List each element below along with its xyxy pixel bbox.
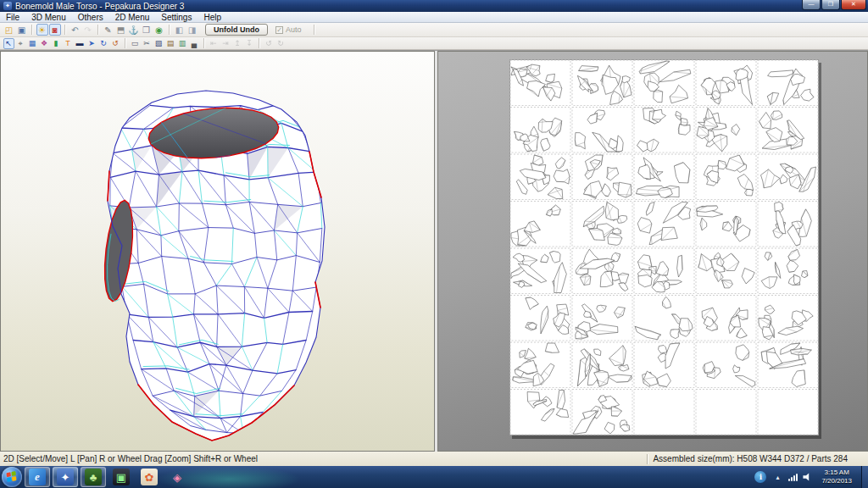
system-tray: ℹ ▴ 3:15 AM 7/20/2013	[754, 466, 868, 488]
pane-2d-layout[interactable]	[437, 51, 868, 452]
select-area-button[interactable]: ▭	[130, 38, 141, 49]
clock-date: 7/20/2013	[821, 477, 852, 485]
minimize-button[interactable]: —	[802, 0, 821, 10]
stack-parts-button[interactable]: ▤	[165, 38, 176, 49]
select-area-icon: ▭	[131, 39, 139, 47]
undo-icon: ↶	[71, 25, 78, 35]
pattern-sheet[interactable]	[509, 59, 819, 435]
taskbar-button-fern-viewer[interactable]: ♣	[81, 467, 106, 487]
select-move-button[interactable]: ↖	[3, 38, 14, 49]
rotate-part-ccw-icon: ↺	[112, 39, 119, 47]
model-3d-torso	[1, 52, 434, 451]
toolbar-separator	[314, 25, 314, 35]
align-left-button[interactable]: ⇤	[209, 38, 220, 49]
window-3d-view-button[interactable]: ◧	[174, 24, 186, 36]
pattern-pages	[509, 59, 819, 435]
stack-parts-icon: ▤	[167, 39, 175, 47]
taskbar-button-internet-explorer[interactable]: e	[25, 467, 50, 487]
menu-help[interactable]: Help	[198, 12, 227, 23]
maximize-button[interactable]: ❐	[821, 0, 840, 10]
lasso-select-icon: ⌖	[18, 39, 22, 48]
align-right-icon: ⇥	[222, 39, 229, 47]
toolbar-separator	[259, 38, 259, 48]
material-tool-button[interactable]: ▮	[51, 38, 62, 49]
magnet-tool-button[interactable]: ◉	[153, 24, 165, 36]
rotate-part-ccw-button[interactable]: ↺	[110, 38, 121, 49]
rotate-right-button[interactable]: ↻	[275, 38, 287, 49]
edit-box-icon: ❐	[142, 25, 150, 35]
pepakura-designer-icon: ✦	[57, 469, 74, 485]
taskbar: e✦♣▣✿◈ ℹ ▴ 3:15 AM 7/20/2013	[0, 466, 868, 488]
show-desktop-button[interactable]	[861, 466, 868, 488]
pen-tool-button[interactable]: ✎	[103, 24, 114, 36]
flip-part-icon: ➤	[88, 39, 95, 47]
taskbar-button-wireframe-viewer[interactable]: ◈	[164, 467, 190, 487]
network-icon[interactable]	[788, 473, 798, 481]
menu-3d-menu[interactable]: 3D Menu	[25, 12, 72, 23]
anchor-tool-icon: ⚓	[128, 25, 138, 35]
window-2d-view-button[interactable]: ◨	[186, 24, 198, 36]
redo-button[interactable]: ↷	[82, 24, 94, 36]
magnet-tool-icon: ◉	[155, 25, 163, 35]
start-button[interactable]	[2, 467, 22, 487]
toolbar-separator	[64, 25, 65, 35]
lasso-select-button[interactable]: ⌖	[15, 38, 26, 49]
export-image-button[interactable]: ▥	[177, 38, 188, 49]
menu-bar: File3D MenuOthers2D MenuSettingsHelp	[0, 12, 868, 23]
pane-3d-view[interactable]	[0, 51, 435, 452]
rotate-left-button[interactable]: ↺	[264, 38, 275, 49]
light-toggle-icon: ☀	[38, 25, 46, 35]
divide-edge-button[interactable]: ✂	[142, 38, 153, 49]
edit-box-button[interactable]: ❐	[141, 24, 153, 36]
join-edge-button[interactable]: ▧	[153, 38, 164, 49]
material-tool-icon: ▮	[54, 39, 58, 47]
rotate-right-icon: ↻	[277, 39, 284, 47]
windows-logo-icon	[6, 471, 17, 483]
text-insert-button[interactable]: T	[63, 38, 74, 49]
open-file-button[interactable]: ◰	[3, 24, 15, 36]
align-right-button[interactable]: ⇥	[220, 38, 231, 49]
menu-file[interactable]: File	[0, 12, 25, 23]
status-bar: 2D [Select/Move] L [Pan] R or Wheel Drag…	[0, 451, 868, 466]
menu-2d-menu[interactable]: 2D Menu	[109, 12, 156, 23]
light-toggle-button[interactable]: ☀	[36, 24, 48, 36]
rotate-part-cw-button[interactable]: ↻	[98, 38, 109, 49]
menu-settings[interactable]: Settings	[155, 12, 198, 23]
export-image-icon: ▥	[179, 39, 186, 47]
toolbar-separator	[125, 38, 125, 48]
hidden-icons-chevron[interactable]: ▴	[771, 471, 783, 483]
print-sheet-button[interactable]: ▄	[189, 38, 200, 49]
volume-icon[interactable]	[803, 473, 812, 481]
image-insert-button[interactable]: ▦	[27, 38, 38, 49]
auto-checkbox[interactable]: ✓	[275, 26, 283, 34]
taskbar-button-paint-app[interactable]: ✿	[136, 467, 162, 487]
toolbar-separator	[97, 25, 98, 35]
tray-app-icon[interactable]: ℹ	[754, 471, 766, 483]
align-top-button[interactable]: ↥	[232, 38, 243, 49]
flip-part-button[interactable]: ➤	[86, 38, 97, 49]
menu-others[interactable]: Others	[72, 12, 109, 23]
image-insert-icon: ▦	[29, 39, 36, 47]
undo-button[interactable]: ↶	[70, 24, 81, 36]
unfold-undo-button[interactable]: Unfold Undo	[205, 24, 268, 36]
clock[interactable]: 3:15 AM 7/20/2013	[817, 469, 856, 486]
save-file-button[interactable]: ▣	[16, 24, 28, 36]
auto-checkbox-label: Auto	[286, 25, 302, 34]
paint-brush-button[interactable]: ❖	[39, 38, 50, 49]
window-3d-view-icon: ◧	[175, 25, 183, 35]
align-bottom-button[interactable]: ↧	[244, 38, 255, 49]
taskbar-button-media-player[interactable]: ▣	[108, 467, 134, 487]
anchor-tool-button[interactable]: ⚓	[128, 24, 140, 36]
text-insert-icon: T	[65, 39, 70, 47]
clock-time: 3:15 AM	[821, 469, 852, 477]
status-hint: 2D [Select/Move] L [Pan] R or Wheel Drag…	[3, 454, 642, 463]
paint-brush-icon: ❖	[41, 39, 47, 47]
close-button[interactable]: ✕	[841, 0, 866, 10]
select-move-icon: ↖	[5, 39, 12, 47]
toolbar-2d-tools: ↖⌖▦❖▮T▬➤↻↺▭✂▧▤▥▄⇤⇥↥↧↺↻	[0, 37, 868, 50]
measure-box-button[interactable]: ⬒	[115, 24, 127, 36]
monitor-view-button[interactable]: ▬	[75, 38, 86, 49]
texture-toggle-button[interactable]: ◙	[49, 24, 61, 36]
fern-viewer-icon: ♣	[85, 469, 102, 485]
taskbar-button-pepakura-designer[interactable]: ✦	[53, 467, 78, 487]
